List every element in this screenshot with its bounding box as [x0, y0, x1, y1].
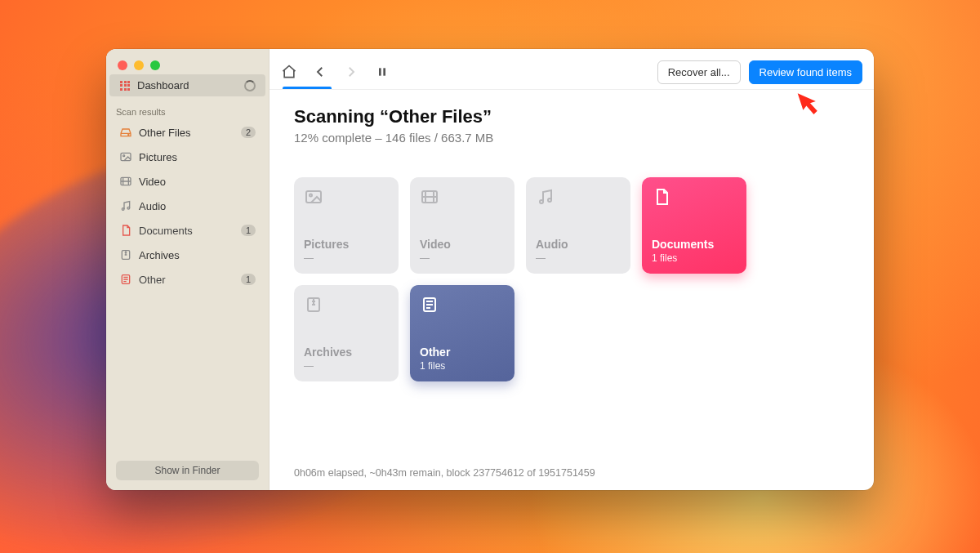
forward-button[interactable] — [343, 64, 359, 80]
card-title: Archives — [304, 346, 389, 359]
card-documents[interactable]: Documents 1 files — [642, 177, 746, 274]
sidebar-item-audio[interactable]: Audio — [109, 194, 265, 217]
card-title: Pictures — [304, 238, 389, 251]
sidebar-item-label: Video — [139, 176, 166, 188]
archive-icon — [119, 248, 132, 261]
card-other[interactable]: Other 1 files — [410, 285, 514, 381]
page-title: Scanning “Other Files” — [294, 106, 849, 127]
recover-all-button[interactable]: Recover all... — [657, 60, 741, 84]
toolbar-left — [281, 64, 390, 80]
sidebar-item-other[interactable]: Other 1 — [109, 268, 265, 291]
sidebar-item-video[interactable]: Video — [109, 170, 265, 193]
card-subtitle: — — [420, 252, 505, 264]
picture-icon — [119, 150, 132, 163]
status-footer: 0h06m elapsed, ~0h43m remain, block 2377… — [294, 467, 595, 479]
svg-point-2 — [123, 155, 125, 157]
picture-icon — [304, 187, 323, 207]
svg-point-0 — [128, 134, 129, 135]
window-controls — [106, 49, 269, 74]
toolbar: Recover all... Review found items — [270, 49, 874, 87]
card-title: Audio — [536, 238, 621, 251]
sidebar-item-label: Pictures — [139, 151, 177, 163]
document-icon — [119, 224, 132, 237]
card-subtitle: 1 files — [652, 252, 737, 264]
sidebar-item-dashboard[interactable]: Dashboard — [109, 74, 265, 96]
count-badge: 1 — [241, 274, 256, 285]
window-minimize-button[interactable] — [134, 60, 144, 70]
card-subtitle: — — [304, 360, 389, 372]
audio-icon — [119, 199, 132, 212]
document-icon — [652, 187, 671, 207]
back-button[interactable] — [312, 64, 328, 80]
card-subtitle: — — [536, 252, 621, 264]
archive-icon — [304, 295, 323, 314]
spinner-icon — [244, 80, 256, 91]
card-subtitle: — — [304, 252, 389, 264]
button-label: Review found items — [760, 66, 852, 78]
card-audio[interactable]: Audio — — [526, 177, 630, 274]
toolbar-right: Recover all... Review found items — [657, 60, 862, 84]
card-title: Documents — [652, 238, 737, 251]
grid-icon — [119, 80, 131, 91]
sidebar-section-label: Scan results — [106, 97, 269, 120]
sidebar-item-documents[interactable]: Documents 1 — [109, 219, 265, 242]
sidebar: Dashboard Scan results Other Files 2 Pic… — [106, 49, 270, 490]
video-icon — [119, 175, 132, 188]
svg-point-11 — [310, 194, 312, 197]
review-found-items-button[interactable]: Review found items — [749, 60, 862, 84]
svg-point-5 — [127, 207, 130, 209]
audio-icon — [536, 187, 555, 207]
app-window: Dashboard Scan results Other Files 2 Pic… — [106, 49, 874, 490]
sidebar-item-label: Other Files — [139, 127, 191, 139]
count-badge: 2 — [241, 127, 256, 138]
show-in-finder-label: Show in Finder — [154, 465, 220, 476]
content-area: Scanning “Other Files” 12% complete – 14… — [270, 90, 874, 490]
sidebar-item-label: Documents — [139, 225, 193, 237]
pause-button[interactable] — [374, 64, 390, 80]
svg-point-14 — [548, 198, 551, 202]
window-close-button[interactable] — [118, 60, 127, 70]
window-maximize-button[interactable] — [150, 60, 160, 70]
count-badge: 1 — [241, 225, 256, 236]
sidebar-item-label: Other — [139, 274, 166, 286]
sidebar-item-label: Audio — [139, 200, 166, 212]
home-icon[interactable] — [281, 64, 297, 80]
drive-icon — [119, 126, 132, 139]
sidebar-item-archives[interactable]: Archives — [109, 243, 265, 266]
card-video[interactable]: Video — — [410, 177, 514, 274]
sidebar-item-label: Archives — [139, 249, 180, 261]
card-archives[interactable]: Archives — — [294, 285, 399, 381]
show-in-finder-button[interactable]: Show in Finder — [116, 461, 259, 480]
svg-point-13 — [540, 200, 543, 203]
card-title: Other — [420, 346, 505, 359]
page-subtitle: 12% complete – 146 files / 663.7 MB — [294, 131, 849, 145]
svg-point-4 — [122, 208, 124, 211]
sidebar-item-other-files[interactable]: Other Files 2 — [109, 121, 265, 144]
card-title: Video — [420, 238, 505, 251]
main-panel: Recover all... Review found items Scanni… — [270, 49, 874, 490]
other-icon — [420, 295, 439, 314]
sidebar-item-pictures[interactable]: Pictures — [109, 145, 265, 168]
video-icon — [420, 187, 439, 207]
other-icon — [119, 273, 132, 286]
category-cards: Pictures — Video — — [294, 177, 849, 381]
svg-rect-9 — [383, 68, 385, 75]
card-pictures[interactable]: Pictures — — [294, 177, 399, 274]
card-subtitle: 1 files — [420, 360, 505, 372]
svg-rect-8 — [379, 68, 381, 75]
sidebar-item-label: Dashboard — [137, 79, 189, 91]
button-label: Recover all... — [668, 66, 730, 78]
